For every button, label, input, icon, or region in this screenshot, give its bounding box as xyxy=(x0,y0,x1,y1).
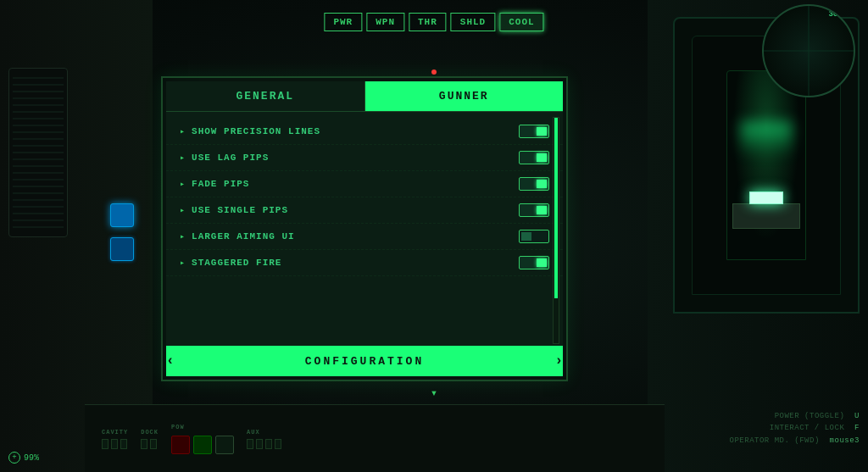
toggle-staggered-fire[interactable] xyxy=(519,256,549,269)
top-hud: PWR WPN THR SHLD COOL xyxy=(324,13,543,31)
pow-btn-green[interactable] xyxy=(193,436,212,454)
setting-label-2: USE LAG PIPS xyxy=(192,153,519,163)
aux-seg-2 xyxy=(256,439,263,449)
tab-general[interactable]: GENERAL xyxy=(166,81,365,111)
left-button-group xyxy=(110,203,134,261)
dock-seg-1 xyxy=(141,439,147,449)
radar-line-v xyxy=(809,6,810,96)
aux-seg-3 xyxy=(265,439,272,449)
screen-inner: GENERAL GUNNER ▸ SHOW PRECISION LINES ▸ … xyxy=(166,81,563,376)
corridor-light xyxy=(741,122,792,156)
row-arrow-3: ▸ xyxy=(180,179,185,189)
pow-group: POW xyxy=(171,424,234,454)
setting-row-precision: ▸ SHOW PRECISION LINES xyxy=(166,119,563,145)
bottom-right-hud: POWER (TOGGLE) U INTERACT / LOCK F OPERA… xyxy=(730,410,860,447)
bottom-instrument-panel: CAVITY DOCK POW AUX xyxy=(85,404,665,472)
key-operator: mouse3 xyxy=(830,436,860,445)
seg-2 xyxy=(111,439,118,449)
zoom-icon: + xyxy=(8,452,20,464)
left-panel xyxy=(0,0,153,472)
zoom-symbol: + xyxy=(12,453,16,462)
seg-3 xyxy=(120,439,127,449)
nav-next-arrow[interactable]: › xyxy=(554,353,563,369)
toggle-single-pips[interactable] xyxy=(519,203,549,217)
main-screen: GENERAL GUNNER ▸ SHOW PRECISION LINES ▸ … xyxy=(161,76,568,381)
left-btn-1[interactable] xyxy=(110,203,134,227)
key-power: U xyxy=(854,412,860,420)
row-arrow-6: ▸ xyxy=(180,258,185,268)
nav-prev-arrow[interactable]: ‹ xyxy=(166,353,175,369)
instruction-interact: INTERACT / LOCK F xyxy=(730,422,860,434)
left-btn-2[interactable] xyxy=(110,237,134,261)
dock-seg-2 xyxy=(150,439,157,449)
zoom-value: 99% xyxy=(24,453,39,463)
nav-label: CONFIGURATION xyxy=(192,355,538,368)
wpn-btn[interactable]: WPN xyxy=(366,13,404,31)
setting-row-aimui: ▸ LARGER AIMING UI xyxy=(166,224,563,250)
dock-bar xyxy=(141,439,159,449)
setting-row-fadepips: ▸ FADE PIPS xyxy=(166,171,563,197)
bottom-nav: ‹ CONFIGURATION › xyxy=(166,346,563,376)
setting-label-1: SHOW PRECISION LINES xyxy=(192,126,519,136)
setting-row-staggered: ▸ STAGGERED FIRE xyxy=(166,250,563,276)
scroll-thumb xyxy=(554,118,558,298)
zoom-indicator: + 99% xyxy=(8,452,39,464)
cavity-label: CAVITY xyxy=(102,429,128,436)
tab-gunner[interactable]: GUNNER xyxy=(365,81,564,111)
cool-btn[interactable]: COOL xyxy=(499,13,543,31)
instruction-operator: OPERATOR MD. (FWD) mouse3 xyxy=(730,435,860,447)
toggle-larger-aiming[interactable] xyxy=(519,230,549,243)
corridor-shelf xyxy=(732,203,800,229)
toggle-precision-lines[interactable] xyxy=(519,125,549,138)
row-arrow-2: ▸ xyxy=(180,153,185,163)
row-arrow-5: ▸ xyxy=(180,231,185,242)
instruction-power: POWER (TOGGLE) U xyxy=(730,410,860,422)
cavity-group: CAVITY xyxy=(102,429,128,449)
shelf-light xyxy=(749,192,783,204)
setting-label-4: USE SINGLE PIPS xyxy=(192,205,519,215)
shld-btn[interactable]: SHLD xyxy=(451,13,495,31)
radar-label: 360° xyxy=(828,10,847,19)
setting-label-5: LARGER AIMING UI xyxy=(192,231,519,242)
left-vent xyxy=(8,68,68,237)
aux-label: AUX xyxy=(247,429,281,436)
toggle-fade-pips[interactable] xyxy=(519,177,549,191)
pow-btn-3[interactable] xyxy=(215,436,234,454)
toggle-lag-pips[interactable] xyxy=(519,151,549,164)
pow-btn-red[interactable] xyxy=(171,436,190,454)
notification-dot xyxy=(431,69,437,75)
right-panel: 360° xyxy=(648,0,868,472)
pow-label: POW xyxy=(171,424,234,430)
key-interact: F xyxy=(854,424,860,432)
seg-1 xyxy=(102,439,108,449)
tab-bar: GENERAL GUNNER xyxy=(166,81,563,112)
pwr-btn[interactable]: PWR xyxy=(324,13,362,31)
aux-bar xyxy=(247,439,281,449)
corridor-inner xyxy=(726,70,806,260)
setting-row-lagpips: ▸ USE LAG PIPS xyxy=(166,145,563,171)
dock-label: DOCK xyxy=(141,429,159,436)
aux-seg-4 xyxy=(275,439,281,449)
setting-label-6: STAGGERED FIRE xyxy=(192,258,519,268)
setting-row-singlepips: ▸ USE SINGLE PIPS xyxy=(166,197,563,224)
setting-label-3: FADE PIPS xyxy=(192,179,519,189)
scroll-track[interactable] xyxy=(553,117,559,344)
dock-group: DOCK xyxy=(141,429,159,449)
radar-grid xyxy=(764,6,854,96)
thr-btn[interactable]: THR xyxy=(409,13,447,31)
down-arrow-indicator: ▾ xyxy=(431,386,437,400)
row-arrow-4: ▸ xyxy=(180,205,185,215)
row-arrow-1: ▸ xyxy=(180,126,185,136)
settings-list: ▸ SHOW PRECISION LINES ▸ USE LAG PIPS ▸ … xyxy=(166,112,563,376)
cavity-bar xyxy=(102,439,128,449)
screen-content: GENERAL GUNNER ▸ SHOW PRECISION LINES ▸ … xyxy=(166,81,563,376)
aux-group: AUX xyxy=(247,429,281,449)
radar-display: 360° xyxy=(762,4,855,97)
aux-seg-1 xyxy=(247,439,253,449)
